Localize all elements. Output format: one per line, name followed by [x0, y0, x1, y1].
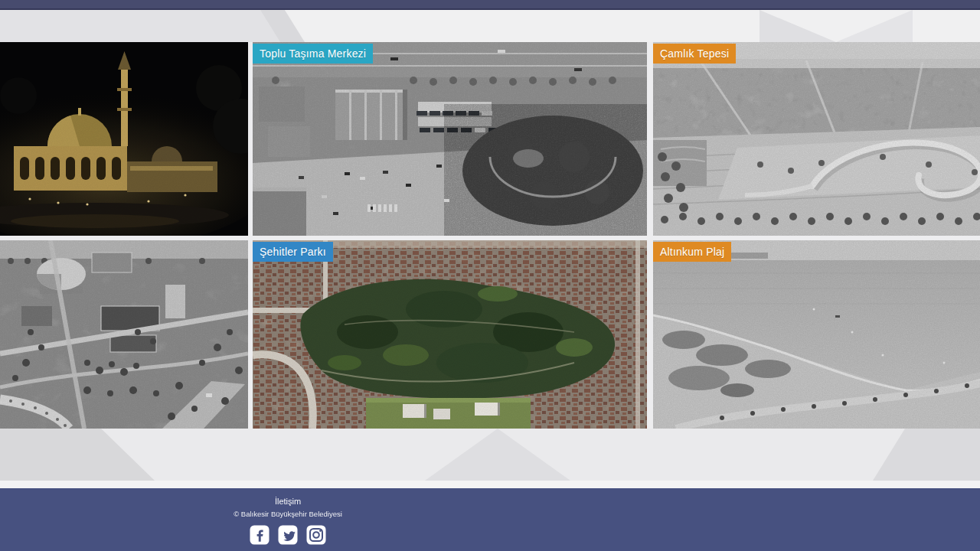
webcam-tile-park-kampus[interactable] — [0, 240, 248, 429]
facebook-icon — [250, 525, 270, 545]
footer-contact-column: İletişim © Balıkesir Büyükşehir Belediye… — [216, 497, 360, 545]
social-links-row — [216, 525, 360, 545]
background-pattern — [260, 10, 305, 42]
twitter-icon — [278, 525, 298, 545]
background-band-bottom — [0, 429, 980, 481]
bus-terminal-aerial-photo — [253, 42, 647, 236]
tile-label-toplu-tasima: Toplu Taşıma Merkezi — [253, 44, 373, 64]
webcam-tile-camlik-tepesi[interactable]: Çamlık Tepesi — [653, 42, 980, 236]
camlik-hill-aerial-photo — [653, 42, 980, 236]
page-footer: İletişim © Balıkesir Büyükşehir Belediye… — [0, 488, 980, 551]
instagram-icon — [306, 525, 326, 545]
footer-contact-heading: İletişim — [216, 497, 360, 506]
webcam-tile-mosque-night[interactable] — [0, 42, 248, 236]
background-pattern — [0, 481, 980, 488]
top-bar — [0, 0, 980, 10]
background-pattern — [101, 429, 155, 481]
background-band-top — [0, 10, 980, 42]
webcam-tile-altinkum-plaj[interactable]: Altınkum Plaj — [653, 240, 980, 429]
facebook-link[interactable] — [250, 525, 270, 545]
tile-label-altinkum-plaj: Altınkum Plaj — [653, 242, 731, 262]
footer-copyright: © Balıkesir Büyükşehir Belediyesi — [216, 510, 360, 518]
instagram-link[interactable] — [306, 525, 326, 545]
tile-label-camlik-tepesi: Çamlık Tepesi — [653, 44, 736, 64]
background-pattern — [0, 429, 101, 481]
webcam-tile-toplu-tasima-merkezi[interactable]: Toplu Taşıma Merkezi — [253, 42, 647, 236]
background-pattern — [836, 10, 913, 42]
sehitler-park-aerial-photo — [253, 240, 647, 429]
webcam-tile-sehitler-parki[interactable]: Şehitler Parkı — [253, 240, 647, 429]
background-pattern — [425, 429, 570, 481]
twitter-link[interactable] — [278, 525, 298, 545]
mosque-night-photo — [0, 42, 248, 236]
tile-label-sehitler-parki: Şehitler Parkı — [253, 242, 333, 262]
background-pattern — [260, 10, 305, 42]
beach-coast-aerial-photo — [653, 240, 980, 429]
background-pattern — [0, 10, 260, 42]
park-campus-aerial-photo — [0, 240, 248, 429]
background-pattern — [873, 429, 980, 481]
background-pattern — [760, 10, 836, 42]
